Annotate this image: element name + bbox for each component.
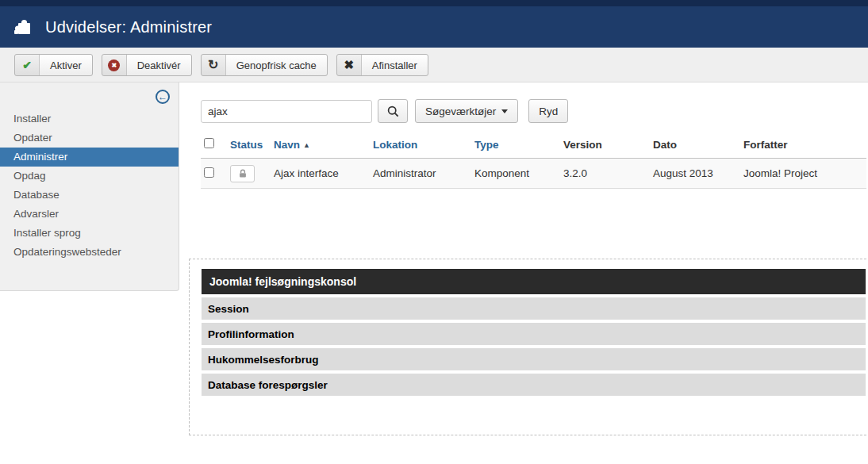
toolbar: ✔ Aktiver ✖ Deaktivér ↻ Genopfrisk cache…: [0, 48, 868, 82]
content: ← Installer Opdater Administrer Opdag Da…: [0, 82, 868, 464]
lock-icon: [238, 169, 248, 178]
column-header-type[interactable]: Type: [467, 131, 555, 159]
deactivate-button[interactable]: ✖ Deaktivér: [102, 54, 192, 76]
main-panel: Søgeværktøjer Ryd Status Navn▲: [179, 82, 868, 435]
clear-button[interactable]: Ryd: [528, 99, 568, 123]
puzzle-piece-icon: [12, 16, 34, 38]
date-cell: August 2013: [645, 159, 735, 189]
row-checkbox[interactable]: [204, 167, 214, 178]
debug-section-session[interactable]: Session: [202, 297, 866, 320]
type-cell: Komponent: [467, 159, 555, 189]
author-cell: Joomla! Project: [735, 159, 866, 189]
status-cell: [222, 159, 266, 189]
filter-bar: Søgeværktøjer Ryd: [201, 99, 868, 123]
refresh-icon: ↻: [202, 55, 226, 75]
sidebar-item-database[interactable]: Database: [0, 186, 179, 205]
location-cell: Administrator: [365, 159, 467, 189]
chevron-down-icon: [501, 109, 508, 113]
column-header-lokation[interactable]: Lokation: [365, 131, 467, 159]
sidebar-item-advarsler[interactable]: Advarsler: [0, 205, 179, 224]
column-header-status[interactable]: Status: [222, 131, 266, 159]
collapse-sidebar-icon[interactable]: ←: [156, 90, 170, 104]
extensions-table: Status Navn▲ Lokation Type Version Dato …: [201, 131, 866, 189]
sidebar-item-opdag[interactable]: Opdag: [0, 167, 179, 186]
name-cell: Ajax interface: [266, 159, 365, 189]
debug-section-profile[interactable]: Profilinformation: [202, 323, 866, 345]
deactivate-button-label: Deaktivér: [127, 55, 191, 75]
sidebar-item-opdater[interactable]: Opdater: [0, 128, 179, 148]
search-input[interactable]: [201, 100, 372, 123]
page-title: Udvidelser: Administrer: [45, 18, 212, 36]
table-row: Ajax interface Administrator Komponent 3…: [201, 159, 866, 189]
debug-section-memory[interactable]: Hukommelsesforbrug: [202, 348, 866, 370]
cancel-circle-icon: ✖: [102, 55, 127, 75]
column-header-version: Version: [555, 131, 645, 159]
table-header-row: Status Navn▲ Lokation Type Version Dato …: [201, 131, 866, 159]
activate-button[interactable]: ✔ Aktiver: [14, 54, 93, 76]
lock-status-button[interactable]: [230, 165, 255, 182]
uninstall-button-label: Afinstaller: [362, 55, 428, 75]
column-header-dato: Dato: [645, 131, 735, 159]
refresh-cache-button[interactable]: ↻ Genopfrisk cache: [201, 54, 328, 76]
sidebar: ← Installer Opdater Administrer Opdag Da…: [0, 82, 179, 291]
check-icon: ✔: [15, 55, 40, 75]
uninstall-button[interactable]: ✖ Afinstaller: [336, 54, 428, 76]
activate-button-label: Aktiver: [40, 55, 92, 75]
top-strip: [0, 0, 868, 6]
column-header-navn[interactable]: Navn▲: [266, 131, 365, 159]
sidebar-item-opdateringswebsteder[interactable]: Opdateringswebsteder: [0, 243, 179, 262]
debug-section-queries[interactable]: Database forespørgsler: [202, 374, 866, 396]
refresh-cache-button-label: Genopfrisk cache: [226, 55, 327, 75]
search-button[interactable]: [378, 99, 408, 123]
column-header-forfatter: Forfatter: [735, 131, 866, 159]
search-icon: [387, 105, 399, 117]
sort-ascending-icon: ▲: [303, 141, 310, 149]
debug-console-title: Joomla! fejlsøgningskonsol: [202, 269, 866, 294]
debug-console: Joomla! fejlsøgningskonsol Session Profi…: [189, 259, 868, 435]
select-all-checkbox[interactable]: [204, 138, 214, 148]
version-cell: 3.2.0: [555, 159, 645, 189]
sidebar-collapse-row: ←: [0, 82, 179, 108]
app-header: Udvidelser: Administrer: [0, 6, 868, 48]
sidebar-menu: Installer Opdater Administrer Opdag Data…: [0, 109, 179, 262]
sidebar-item-installer-sprog[interactable]: Installer sprog: [0, 224, 179, 243]
sidebar-item-administrer[interactable]: Administrer: [0, 148, 179, 167]
sidebar-item-installer[interactable]: Installer: [0, 109, 179, 128]
x-icon: ✖: [337, 55, 362, 75]
search-tools-label: Søgeværktøjer: [425, 105, 496, 117]
search-tools-button[interactable]: Søgeværktøjer: [415, 99, 518, 123]
